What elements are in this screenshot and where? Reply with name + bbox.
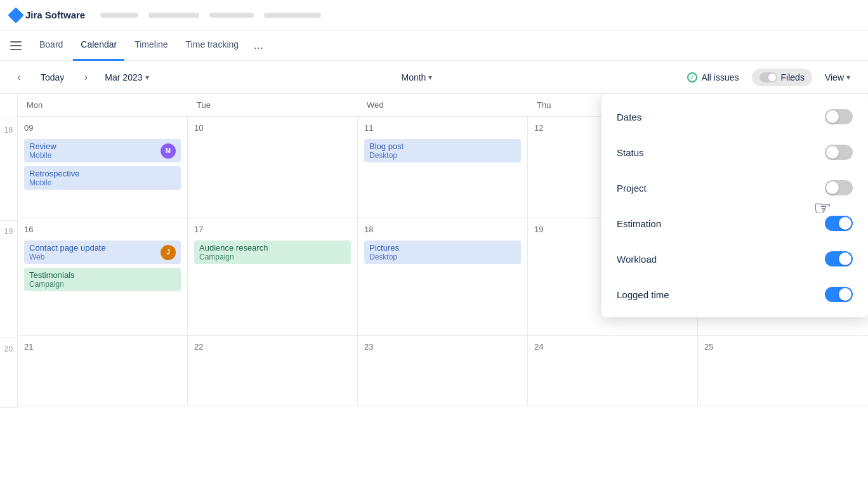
- breadcrumbs: [100, 13, 321, 18]
- calendar-wrap: 18 19 20 Mon Tue Wed Thu Fri 09 Review M…: [0, 94, 868, 408]
- event-review-mobile[interactable]: Review Mobile M: [24, 139, 181, 162]
- event-testimonials[interactable]: Testimonials Campaign: [24, 268, 181, 291]
- toggle-logged-time[interactable]: [825, 287, 853, 302]
- day-17: 17: [194, 225, 351, 234]
- breadcrumb-1: [100, 13, 138, 18]
- prev-arrow[interactable]: ‹: [10, 69, 28, 86]
- day-16: 16: [24, 225, 181, 234]
- week-num-header: [0, 94, 17, 119]
- day-09: 09: [24, 123, 181, 133]
- app-name: Jira Software: [25, 10, 85, 20]
- dropdown-label-dates: Dates: [617, 112, 641, 122]
- day-11: 11: [364, 123, 521, 133]
- cell-10: 10: [188, 117, 358, 218]
- dropdown-label-project: Project: [617, 183, 647, 194]
- day-23: 23: [364, 342, 521, 352]
- top-bar: Jira Software: [0, 0, 868, 30]
- day-header-mon: Mon: [18, 94, 188, 116]
- logo: Jira Software: [10, 10, 85, 21]
- event-sub: Desktop: [369, 151, 516, 160]
- toggle-workload[interactable]: [825, 251, 853, 266]
- event-contact-page[interactable]: Contact page update Web J: [24, 240, 181, 264]
- dropdown-label-logged-time: Logged time: [617, 289, 669, 300]
- next-arrow[interactable]: ›: [77, 69, 95, 86]
- jira-logo-icon: [8, 7, 23, 23]
- day-18-row2: 18: [364, 225, 521, 234]
- event-pictures[interactable]: Pictures Desktop: [364, 240, 521, 264]
- cell-18: 18 Pictures Desktop: [358, 218, 528, 335]
- week-numbers: 18 19 20: [0, 94, 18, 408]
- month-chevron-icon: ▾: [428, 73, 432, 82]
- dropdown-label-estimation: Estimation: [617, 218, 661, 229]
- event-audience-research[interactable]: Audience research Campaign: [194, 240, 351, 264]
- all-issues-button[interactable]: All issues: [680, 69, 746, 86]
- event-retrospective-mobile[interactable]: Retrospective Mobile: [24, 166, 181, 190]
- current-date: Mar 2023: [105, 72, 142, 82]
- week-num-18: 18: [0, 119, 17, 221]
- view-chevron-icon: ▾: [846, 73, 850, 82]
- nav-more-button[interactable]: ...: [249, 39, 268, 52]
- date-selector[interactable]: Mar 2023 ▾: [100, 70, 154, 85]
- view-label: View: [825, 72, 844, 82]
- nav-tabs: Board Calendar Timeline Time tracking ..…: [0, 30, 868, 61]
- toggle-status[interactable]: [825, 145, 853, 160]
- cell-23: 23: [358, 336, 528, 405]
- week-num-20: 20: [0, 338, 17, 408]
- event-title: Testimonials: [29, 270, 176, 280]
- calendar-row-20: 21 22 23 24 25: [18, 336, 868, 405]
- breadcrumb-4: [264, 13, 321, 18]
- tab-board[interactable]: Board: [32, 30, 70, 61]
- dropdown-item-project: Project: [602, 170, 868, 206]
- date-chevron-icon: ▾: [145, 73, 149, 82]
- fields-label: Fileds: [781, 72, 805, 82]
- toolbar-right: All issues Fileds View ▾: [680, 69, 858, 86]
- event-title: Audience research: [199, 243, 346, 253]
- dropdown-item-logged-time: Logged time: [602, 277, 868, 312]
- cell-21: 21: [18, 336, 188, 405]
- day-24: 24: [534, 342, 691, 352]
- toggle-project[interactable]: [825, 180, 853, 195]
- toggle-estimation[interactable]: ☞: [825, 216, 853, 231]
- day-25: 25: [704, 342, 862, 352]
- avatar: M: [161, 143, 176, 159]
- tab-time-tracking[interactable]: Time tracking: [178, 30, 247, 61]
- today-button[interactable]: Today: [33, 70, 72, 85]
- cell-09: 09 Review Mobile M Retrospective Mobile: [18, 117, 188, 218]
- toggle-dates[interactable]: [825, 109, 853, 124]
- dropdown-item-status: Status: [602, 135, 868, 170]
- view-button[interactable]: View ▾: [817, 69, 858, 86]
- day-header-tue: Tue: [188, 94, 358, 116]
- event-sub: Web: [29, 253, 106, 261]
- view-dropdown-panel: Dates Status Project Estimation ☞ Worklo…: [602, 94, 868, 317]
- month-label: Month: [402, 72, 426, 82]
- day-header-wed: Wed: [358, 94, 528, 116]
- day-21: 21: [24, 342, 181, 352]
- breadcrumb-3: [209, 13, 254, 18]
- breadcrumb-2: [148, 13, 199, 18]
- check-icon: [687, 72, 697, 82]
- cell-24: 24: [528, 336, 698, 405]
- tab-timeline[interactable]: Timeline: [127, 30, 175, 61]
- event-sub: Campaign: [199, 253, 346, 261]
- event-title: Review: [29, 141, 56, 151]
- event-sub: Desktop: [369, 253, 516, 261]
- dropdown-item-workload: Workload: [602, 241, 868, 277]
- day-10: 10: [194, 123, 351, 133]
- event-blog-post[interactable]: Blog post Desktop: [364, 139, 521, 162]
- fields-toggle-icon: [760, 72, 777, 82]
- dropdown-label-status: Status: [617, 147, 644, 158]
- event-sub: Mobile: [29, 151, 56, 160]
- dropdown-label-workload: Workload: [617, 254, 657, 265]
- cell-22: 22: [188, 336, 358, 405]
- dropdown-item-dates: Dates: [602, 99, 868, 135]
- day-22: 22: [194, 342, 351, 352]
- fields-button[interactable]: Fileds: [752, 69, 812, 86]
- month-selector[interactable]: Month ▾: [394, 70, 440, 85]
- event-title: Blog post: [369, 141, 516, 151]
- week-num-19: 19: [0, 221, 17, 338]
- tab-calendar[interactable]: Calendar: [73, 30, 124, 61]
- avatar: J: [161, 245, 176, 260]
- event-sub: Campaign: [29, 280, 176, 289]
- hamburger-menu[interactable]: [10, 41, 22, 50]
- event-title: Pictures: [369, 243, 516, 253]
